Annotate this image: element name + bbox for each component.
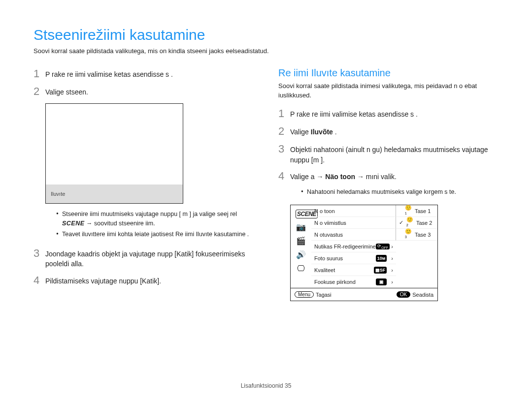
option-level-2[interactable]: 🙂² Tase 2 — [396, 217, 437, 229]
page-title: Stseenirežiimi kasutamine — [33, 27, 499, 43]
step-number: 4 — [278, 170, 290, 183]
option-level-1[interactable]: 🙂¹ Tase 1 — [396, 205, 437, 217]
camera-menu-screenshot: SCENE 📷 🎬 🔊 🖵 N o toon N o viimistlus N … — [290, 205, 438, 301]
menu-row-face-tone[interactable]: N o toon — [311, 205, 396, 217]
text: . — [333, 128, 337, 136]
bullet-text: Stseenire iimi muutmiseks vajutage nuppu… — [62, 211, 237, 217]
bullet-item: Nahatooni heledamaks muutmiseks valige k… — [301, 187, 499, 197]
step-text: Valige Iluvõte . — [290, 125, 337, 137]
face-level-icon: 🙂³ — [405, 231, 413, 239]
option-label: Tase 2 — [416, 220, 432, 226]
mode-column: SCENE 📷 🎬 🔊 🖵 — [291, 205, 311, 288]
text: . — [159, 277, 161, 285]
bullet-text: → soovitud stseenire iim. — [86, 220, 155, 227]
camera-footer: Menu Tagasi OK Seadista — [291, 288, 437, 301]
value-arrow: 10м › — [376, 255, 393, 262]
right-column: Re iimi Iluvıte kasutamine Soovi korral … — [278, 67, 499, 301]
section-title: Re iimi Iluvıte kasutamine — [278, 67, 499, 79]
step-number: 1 — [33, 67, 45, 80]
camera-screenshot-placeholder: Iluvıte — [45, 103, 183, 204]
page-footer: Lisafunktsioonid 35 — [0, 382, 532, 389]
right-step-2: 2 Valige Iluvõte . — [278, 125, 499, 138]
display-icon: 🖵 — [296, 263, 306, 274]
scene-mode-icon: SCENE — [296, 208, 306, 219]
text: Valige a → — [290, 173, 325, 181]
step-number: 2 — [278, 125, 290, 138]
step-text: Valige stseen. — [45, 85, 88, 97]
ok-button-icon[interactable]: OK — [397, 291, 410, 298]
left-bullets: Stseenire iimi muutmiseks vajutage nuppu… — [56, 210, 254, 239]
step-number: 1 — [278, 107, 290, 120]
left-step-1: 1 P rake re iimi valimise ketas asendiss… — [33, 67, 254, 80]
right-step-3: 3 Objekti nahatooni (ainult n gu) heleda… — [278, 143, 499, 165]
step-number: 2 — [33, 85, 45, 98]
value-arrow: ⟳OFF › — [376, 244, 393, 249]
menu-row-face-detect[interactable]: N otuvastus — [311, 229, 396, 241]
left-step-3: 3 Joondage kaadris objekt ja vajutage nu… — [33, 247, 254, 269]
page-subtitle: Soovi korral saate pildistada valikutega… — [33, 47, 499, 55]
camera-grid: SCENE 📷 🎬 🔊 🖵 N o toon N o viimistlus N … — [291, 205, 437, 288]
face-level-icon: 🙂¹ — [405, 207, 413, 215]
face-level-icon: 🙂² — [406, 219, 414, 227]
text: → mıni valik. — [355, 173, 397, 181]
sound-icon: 🔊 — [296, 249, 306, 260]
text: Joondage kaadris objekt ja vajutage nupp — [45, 250, 174, 258]
menu-list: N o toon N o viimistlus N otuvastus Nuti… — [311, 205, 396, 288]
step-number: 3 — [278, 143, 290, 155]
menu-row-smart-fr[interactable]: Nutikas FR-redigeerimine ⟳OFF › — [311, 241, 396, 252]
menu-row-photo-size[interactable]: Foto suurus 10м › — [311, 252, 396, 264]
video-icon: 🎬 — [296, 236, 306, 247]
label: Kvaliteet — [314, 267, 335, 273]
left-step-2: 2 Valige stseen. — [33, 85, 254, 98]
step-number: 3 — [33, 247, 45, 260]
step-text: P rake re iimi valimise ketas asendisse … — [45, 67, 173, 79]
text: Pildistamiseks vajutage nuppu — [45, 277, 140, 285]
screenshot-bottom-label: Iluvıte — [46, 185, 183, 203]
camera-icon: 📷 — [296, 222, 306, 233]
option-label: Tase 1 — [415, 208, 431, 214]
section-intro: Soovi korral saate pildistada inimesi va… — [278, 82, 499, 100]
scene-icon-text: SCENE — [62, 220, 85, 227]
option-label: Tase 3 — [415, 232, 431, 238]
right-step-4: 4 Valige a → Näo toon → mıni valik. — [278, 170, 499, 183]
text-bold: Näo toon — [325, 173, 355, 181]
step-number: 4 — [33, 274, 45, 287]
menu-row-face-retouch[interactable]: N o viimistlus — [311, 217, 396, 229]
set-label: Seadista — [412, 292, 433, 298]
step-text: P rake re iimi valimise ketas asendisse … — [290, 107, 418, 119]
value-arrow: ▣ › — [376, 278, 393, 285]
label: Foto suurus — [314, 255, 343, 261]
content-columns: 1 P rake re iimi valimise ketas asendiss… — [33, 67, 499, 301]
text-bold: Iluvõte — [311, 128, 333, 136]
left-step-4: 4 Pildistamiseks vajutage nuppu [Katik]. — [33, 274, 254, 287]
right-step-1: 1 P rake re iimi valimise ketas asendiss… — [278, 107, 499, 120]
left-column: 1 P rake re iimi valimise ketas asendiss… — [33, 67, 254, 301]
step-text: Pildistamiseks vajutage nuppu [Katik]. — [45, 274, 161, 286]
bullet-item: Stseenire iimi muutmiseks vajutage nuppu… — [56, 210, 254, 228]
options-list: 🙂¹ Tase 1 🙂² Tase 2 🙂³ Tase 3 — [396, 205, 437, 288]
text: [Katik] — [140, 277, 159, 285]
back-label: Tagasi — [316, 292, 332, 298]
text: Valige — [290, 128, 311, 136]
menu-row-focus-area[interactable]: Fookuse piirkond ▣ › — [311, 276, 396, 288]
menu-button-icon[interactable]: Menu — [295, 291, 314, 298]
value-arrow: ▦SF › — [374, 267, 393, 274]
step-text: Valige a → Näo toon → mıni valik. — [290, 170, 397, 182]
right-bullets: Nahatooni heledamaks muutmiseks valige k… — [301, 187, 499, 197]
label: Fookuse piirkond — [314, 279, 356, 285]
option-level-3[interactable]: 🙂³ Tase 3 — [396, 229, 437, 241]
label: Nutikas FR-redigeerimine — [314, 244, 376, 249]
step-text: Joondage kaadris objekt ja vajutage nupp… — [45, 247, 254, 269]
menu-row-quality[interactable]: Kvaliteet ▦SF › — [311, 264, 396, 276]
bullet-item: Teavet iluvıttere iimi kohta leiate jaot… — [56, 230, 254, 239]
text: [Katik] — [174, 250, 194, 258]
step-text: Objekti nahatooni (ainult n gu) heledama… — [290, 143, 499, 165]
